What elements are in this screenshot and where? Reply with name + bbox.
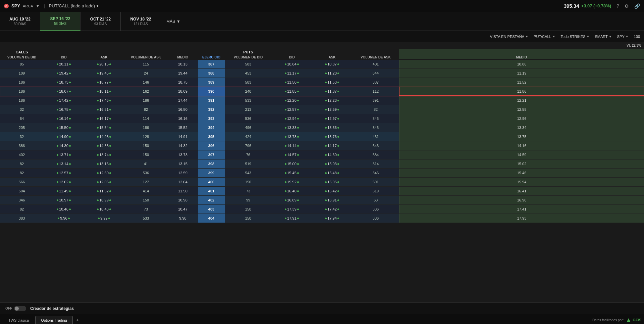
toolbar-spy[interactable]: SPY ▼ [617,35,629,39]
expiry-date: OCT 21 '22 [90,17,111,21]
expiry-tab-sep[interactable]: SEP 16 '22 58 DÍAS [40,12,80,31]
table-area: 8520.1120.1511520.1338758310.8410.874011… [0,60,644,303]
smart-arrow: ▼ [609,35,612,38]
expiry-tab-oct[interactable]: OCT 21 '22 93 DÍAS [80,12,121,31]
header-medio-calls: MEDIO [168,49,198,59]
puts-section-title: PUTS [243,50,253,54]
header-volask-calls: VOLUMEN DE ASK [124,49,168,59]
tab-options-trading[interactable]: Options Trading [35,316,73,324]
tabs-left: TWS clásica Options Trading + [3,316,82,324]
expiry-date: AUG 19 '22 [9,17,31,21]
strategy-label: Creador de estrategias [30,306,74,311]
toolbar-row: VISTA EN PESTAÑA ▼ PUT/CALL ▼ Todo STRIK… [0,31,644,42]
toggle-pill[interactable] [14,306,26,311]
header-volbid-calls: VOLUMEN DE BID [7,55,37,59]
header-row: CALLS VOLUMEN DE BID BID ASK VOLUMEN DE … [0,42,644,60]
expiry-days: 121 DÍAS [133,22,148,26]
table-row[interactable]: 8520.1120.1511520.1338758310.8410.874011… [0,60,644,69]
table-row[interactable]: 8210.4610.487310.4740315017.3917.4233617… [0,205,644,214]
expiry-days: 30 DÍAS [14,22,26,26]
table-row[interactable]: 10919.4219.452419.4438845311.1711.206441… [0,69,644,78]
bottom-bar: OFF Creador de estrategias [0,303,644,314]
table-row[interactable]: 34610.9710.9915010.984029916.8916.916316… [0,196,644,205]
toggle-state-label: OFF [5,307,12,310]
price-current: 395.34 [564,3,579,9]
header-volask-puts: VOLUMEN DE ASK [352,49,399,59]
calls-section-title: CALLS [16,50,28,54]
table-row[interactable]: 40213.7113.7415013.733977614.5714.605841… [0,150,644,159]
table-row[interactable]: 50411.4911.5241411.504017316.4016.423191… [0,187,644,196]
table-row[interactable]: 18618.0718.1116218.0939024011.8511.87112… [0,87,644,96]
expiry-row: AUG 19 '22 30 DÍAS SEP 16 '22 58 DÍAS OC… [0,12,644,31]
tabs-bar: TWS clásica Options Trading + Datos faci… [0,314,644,324]
toolbar-strikes[interactable]: Todo STRIKES ▼ [561,35,590,39]
vista-arrow: ▼ [525,35,528,38]
top-bar: ✕ SPY ARCA ▼ | PUT/CALL (lado a lado) ▼ … [0,0,644,12]
top-bar-right: 395.34 +3.07 (+0.78%) ? ⚙ 🔗 [564,3,640,9]
expiry-days: 58 DÍAS [54,22,66,26]
price-info: 395.34 +3.07 (+0.78%) [564,3,611,9]
header-bid-puts: BID [272,49,312,59]
toggle-knob [15,307,19,311]
table-row[interactable]: 3214.9014.9312814.9139542413.7313.764311… [0,132,644,141]
expiry-more[interactable]: MÁS ▼ [161,12,186,31]
toolbar-putcall[interactable]: PUT/CALL ▼ [534,35,555,39]
tab-tws-clasica[interactable]: TWS clásica [3,316,35,324]
help-icon[interactable]: ? [616,3,619,9]
toolbar-smart[interactable]: SMART ▼ [595,35,611,39]
spy-arrow: ▼ [626,35,629,38]
price-change: +3.07 (+0.78%) [581,3,611,8]
toolbar-count: 100 [634,35,640,39]
table-row[interactable]: 38614.3014.3315014.3239679614.1414.17646… [0,141,644,150]
header-volbid-puts: VOLUMEN DE BID [234,55,263,59]
view-dropdown-arrow: ▼ [96,4,99,8]
expiry-tab-aug[interactable]: AUG 19 '22 30 DÍAS [0,12,40,31]
expiry-date: NOV 18 '22 [130,17,151,21]
expiry-days: 93 DÍAS [94,22,107,26]
header-medio-puts: MEDIO VI: 22.3% [399,49,644,59]
table-row[interactable]: 6416.1416.1711416.1639353612.9412.973461… [0,114,644,123]
header-exercise: EJERCICIO [198,49,225,59]
tab-add-button[interactable]: + [73,316,82,324]
table-row[interactable]: 8213.1413.164113.1539851915.0015.0331415… [0,159,644,169]
table-row[interactable]: 3839.969.995339.9840415017.9117.9433617.… [0,214,644,223]
view-dropdown[interactable]: PUT/CALL (lado a lado) ▼ [49,3,99,8]
link-icon[interactable]: 🔗 [634,3,640,9]
putcall-arrow: ▼ [552,35,555,38]
header-ask-puts: ASK [312,49,352,59]
ticker-label: SPY [11,3,20,8]
expiry-tab-nov[interactable]: NOV 18 '22 121 DÍAS [121,12,161,31]
expiry-date: SEP 16 '22 [50,16,70,21]
header-puts-section: PUTS VOLUMEN DE BID [225,49,272,59]
data-label: Datos facilitados por: [592,318,624,322]
table-row[interactable]: 18617.4217.4618617.4439153312.2012.23391… [0,96,644,105]
close-button[interactable]: ✕ [4,4,9,8]
settings-icon[interactable]: ⚙ [625,3,629,9]
toolbar-vista[interactable]: VISTA EN PESTAÑA ▼ [490,35,528,39]
ticker-arrow[interactable]: ▼ [36,4,40,8]
table-row[interactable]: 18618.7318.7714618.7538958311.5011.53387… [0,78,644,87]
strikes-arrow: ▼ [587,35,590,38]
header-ask-calls: ASK [84,49,124,59]
table-row[interactable]: 8212.5712.6053612.5939954315.4515.483461… [0,169,644,178]
table-row[interactable]: 20515.5015.5418615.5239449613.3313.36346… [0,123,644,132]
table-row[interactable]: 56612.0212.0512712.0440015015.9215.95591… [0,178,644,187]
vi-label: VI: 22.3% [627,44,641,47]
svg-marker-0 [627,318,631,322]
top-bar-left: ✕ SPY ARCA ▼ | PUT/CALL (lado a lado) ▼ [4,3,99,8]
exchange-badge: ARCA [23,4,33,8]
tabs-right: Datos facilitados por: GFIS [592,318,641,324]
column-headers: CALLS VOLUMEN DE BID BID ASK VOLUMEN DE … [0,42,644,60]
table-row[interactable]: 3216.7816.818216.8039221312.5712.598212.… [0,105,644,114]
expiry-more-arrow: ▼ [176,19,180,24]
strategy-toggle[interactable]: OFF [5,306,26,311]
header-calls-section: CALLS VOLUMEN DE BID [0,49,44,59]
gfis-logo: GFIS [626,318,641,323]
header-bid-calls: BID [44,49,84,59]
